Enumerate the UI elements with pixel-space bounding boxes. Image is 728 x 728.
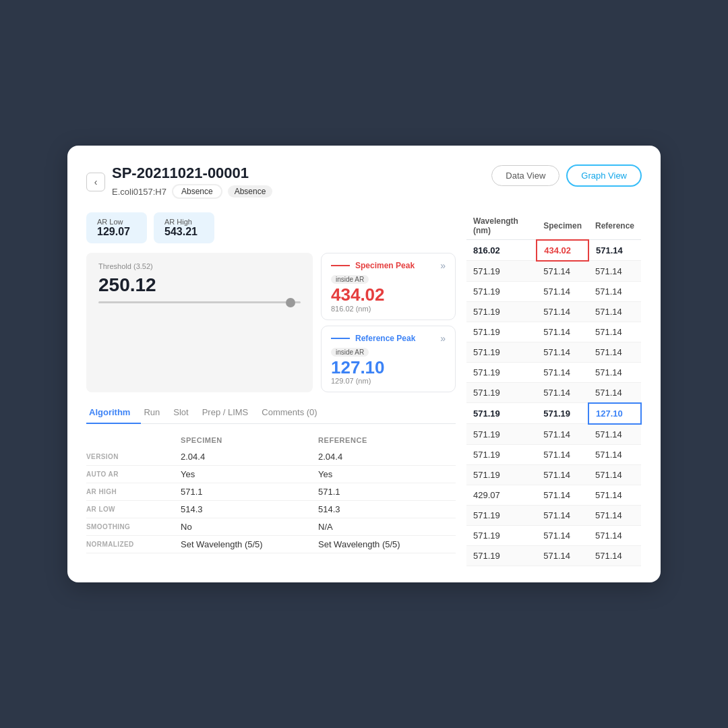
toggle-option1[interactable]: Absence — [173, 185, 221, 198]
metrics-row: Threshold (3.52) 250.12 Specimen Pe — [86, 253, 456, 392]
specimen-cell: 571.14 — [537, 322, 588, 342]
algo-reference: N/A — [318, 522, 456, 532]
slider-thumb[interactable] — [286, 298, 295, 307]
graph-view-button[interactable]: Graph View — [566, 164, 642, 187]
wavelength-cell: 571.19 — [466, 362, 537, 382]
reference-peak-header: Reference Peak » — [331, 333, 446, 344]
specimen-cell: 434.02 — [537, 240, 588, 261]
wavelength-cell: 571.19 — [466, 545, 537, 566]
specimen-peak-badge: inside AR — [331, 272, 446, 285]
left-panel: AR Low 129.07 AR High 543.21 Threshold (… — [86, 212, 456, 566]
threshold-value: 250.12 — [98, 274, 301, 296]
tab-prep[interactable]: Prep / LIMS — [200, 402, 260, 424]
slider-track — [98, 301, 301, 303]
tabs-row: AlgorithmRunSlotPrep / LIMSComments (0) — [86, 402, 456, 424]
tab-algorithm[interactable]: Algorithm — [86, 402, 141, 424]
tab-comments[interactable]: Comments (0) — [259, 402, 328, 424]
table-row: 571.19571.14571.14 — [466, 382, 641, 403]
wavelength-cell: 571.19 — [466, 505, 537, 525]
algo-row: AR HIGH 571.1 571.1 — [86, 483, 456, 501]
specimen-peak-value: 434.02 — [331, 285, 446, 305]
reference-cell: 571.14 — [588, 301, 641, 322]
table-row: 571.19571.14571.14 — [466, 424, 641, 445]
data-table-body: 816.02434.02571.14571.19571.14571.14571.… — [466, 240, 641, 566]
threshold-slider — [98, 301, 301, 303]
reference-cell: 571.14 — [588, 545, 641, 566]
wavelength-cell: 571.19 — [466, 525, 537, 545]
specimen-peak-chevron[interactable]: » — [440, 260, 446, 271]
reference-cell: 571.14 — [588, 342, 641, 362]
algo-row: AR LOW 514.3 514.3 — [86, 501, 456, 518]
table-row: 571.19571.19127.10 — [466, 403, 641, 424]
data-view-button[interactable]: Data View — [491, 165, 559, 186]
header-right: Data View Graph View — [491, 164, 642, 187]
algo-rows: VERSION 2.04.4 2.04.4 AUTO AR Yes Yes AR… — [86, 448, 456, 553]
algo-table-header: SPECIMEN REFERENCE — [86, 433, 456, 448]
algo-row: AUTO AR Yes Yes — [86, 466, 456, 483]
wavelength-cell: 571.19 — [466, 424, 537, 445]
table-row: 571.19571.14571.14 — [466, 322, 641, 342]
tab-run[interactable]: Run — [141, 402, 171, 424]
reference-peak-nm: 129.07 (nm) — [331, 377, 446, 385]
reference-cell: 571.14 — [588, 424, 641, 445]
reference-cell: 127.10 — [588, 403, 641, 424]
wavelength-cell: 571.19 — [466, 261, 537, 282]
table-row: 571.19571.14571.14 — [466, 261, 641, 282]
wavelength-cell: 571.19 — [466, 382, 537, 403]
specimen-cell: 571.14 — [537, 301, 588, 322]
header-left: ‹ SP-20211021-00001 E.coli0157:H7 Absenc… — [86, 164, 272, 199]
algo-key: AR HIGH — [86, 488, 181, 495]
table-header-reference: Reference — [588, 212, 641, 240]
reference-cell: 571.14 — [588, 382, 641, 403]
main-card: ‹ SP-20211021-00001 E.coli0157:H7 Absenc… — [67, 146, 661, 582]
algo-specimen: 2.04.4 — [181, 452, 318, 462]
table-row: 571.19571.14571.14 — [466, 342, 641, 362]
reference-cell: 571.14 — [588, 240, 641, 261]
wavelength-cell: 571.19 — [466, 342, 537, 362]
table-row: 429.07571.14571.14 — [466, 485, 641, 505]
specimen-cell: 571.14 — [537, 342, 588, 362]
page-title: SP-20211021-00001 — [112, 164, 272, 182]
reference-cell: 571.14 — [588, 261, 641, 282]
reference-peak-chevron[interactable]: » — [440, 333, 446, 344]
algo-row: VERSION 2.04.4 2.04.4 — [86, 448, 456, 466]
specimen-peak-label: Specimen Peak — [355, 261, 415, 270]
specimen-cell: 571.19 — [537, 403, 588, 424]
algo-reference: 514.3 — [318, 504, 456, 514]
data-table: Wavelength (nm)SpecimenReference 816.024… — [466, 212, 642, 566]
wavelength-cell: 571.19 — [466, 444, 537, 464]
peak-cards: Specimen Peak » inside AR 434.02 816.02 … — [321, 253, 456, 392]
wavelength-cell: 816.02 — [466, 240, 537, 261]
ar-high-value: 543.21 — [164, 226, 204, 238]
tab-slot[interactable]: Slot — [171, 402, 199, 424]
header-subtitle: E.coli0157:H7 Absence Absence — [112, 184, 272, 199]
reference-peak-badge: inside AR — [331, 345, 446, 358]
wavelength-cell: 571.19 — [466, 464, 537, 485]
reference-cell: 571.14 — [588, 525, 641, 545]
right-panel: Wavelength (nm)SpecimenReference 816.024… — [466, 212, 642, 566]
table-row: 571.19571.14571.14 — [466, 301, 641, 322]
algo-key: AUTO AR — [86, 471, 181, 478]
header: ‹ SP-20211021-00001 E.coli0157:H7 Absenc… — [86, 164, 642, 199]
specimen-cell: 571.14 — [537, 424, 588, 445]
wavelength-cell: 571.19 — [466, 403, 537, 424]
algo-reference: 571.1 — [318, 487, 456, 497]
reference-peak-value: 127.10 — [331, 358, 446, 377]
wavelength-cell: 571.19 — [466, 281, 537, 301]
algo-row: NORMALIZED Set Wavelength (5/5) Set Wave… — [86, 536, 456, 553]
algo-reference: Set Wavelength (5/5) — [318, 539, 456, 549]
col-reference-header: REFERENCE — [318, 436, 456, 444]
table-row: 571.19571.14571.14 — [466, 281, 641, 301]
reference-peak-label: Reference Peak — [355, 334, 415, 343]
specimen-peak-header: Specimen Peak » — [331, 260, 446, 271]
back-button[interactable]: ‹ — [86, 173, 105, 191]
specimen-cell: 571.14 — [537, 261, 588, 282]
specimen-cell: 571.14 — [537, 545, 588, 566]
specimen-line-icon — [331, 265, 350, 266]
threshold-label: Threshold (3.52) — [98, 262, 301, 270]
table-row: 571.19571.14571.14 — [466, 444, 641, 464]
ar-boxes: AR Low 129.07 AR High 543.21 — [86, 212, 456, 243]
algo-specimen: Yes — [181, 469, 318, 479]
table-row: 571.19571.14571.14 — [466, 545, 641, 566]
algo-specimen: 514.3 — [181, 504, 318, 514]
